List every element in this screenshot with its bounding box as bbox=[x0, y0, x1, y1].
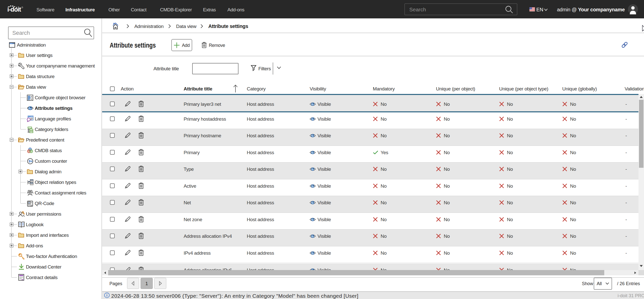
svg-text:9+: 9+ bbox=[29, 159, 33, 163]
